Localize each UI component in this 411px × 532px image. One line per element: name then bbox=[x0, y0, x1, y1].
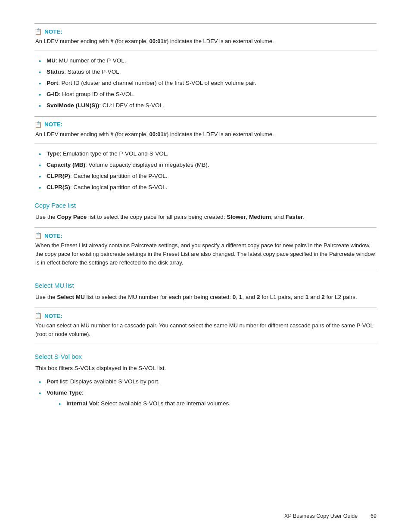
note-label-4: NOTE: bbox=[44, 313, 62, 319]
list-item: Volume Type: Internal Vol: Select availa… bbox=[39, 389, 377, 408]
note-label-1: NOTE: bbox=[44, 28, 62, 35]
list-item: SvolMode (LUN(S)): CU:LDEV of the S-VOL. bbox=[39, 101, 377, 110]
note-label-2: NOTE: bbox=[44, 121, 62, 128]
section-heading-copy-pace: Copy Pace list bbox=[34, 202, 377, 209]
list-item: MU: MU number of the P-VOL. bbox=[39, 56, 377, 65]
note-icon-1: 📋 bbox=[34, 28, 42, 35]
list-item: CLPR(S): Cache logical partition of the … bbox=[39, 183, 377, 192]
list-item: G-ID: Host group ID of the S-VOL. bbox=[39, 90, 377, 99]
hash-symbol-1: # bbox=[110, 38, 113, 44]
footer: XP Business Copy User Guide 69 bbox=[284, 513, 377, 519]
svol-intro: This box filters S-VOLs displayed in the… bbox=[34, 364, 377, 373]
list-item: Port list: Displays available S-VOLs by … bbox=[39, 377, 377, 386]
note-icon-3: 📋 bbox=[34, 232, 42, 239]
note-icon-2: 📋 bbox=[34, 121, 42, 128]
note-body-3: When the Preset List already contains Pa… bbox=[34, 241, 377, 267]
note-header-2: 📋 NOTE: bbox=[34, 121, 377, 128]
section-heading-svol: Select S-Vol box bbox=[34, 353, 377, 360]
list-item: Internal Vol: Select available S-VOLs th… bbox=[59, 399, 377, 408]
note-body-2: An LDEV number ending with # (for exampl… bbox=[34, 130, 377, 139]
bullet-list-1: MU: MU number of the P-VOL. Status: Stat… bbox=[34, 56, 377, 110]
footer-title: XP Business Copy User Guide bbox=[284, 513, 358, 519]
page: 📋 NOTE: An LDEV number ending with # (fo… bbox=[0, 0, 411, 532]
note-box-3: 📋 NOTE: When the Preset List already con… bbox=[34, 227, 377, 272]
note-box-1: 📋 NOTE: An LDEV number ending with # (fo… bbox=[34, 23, 377, 50]
svol-bullet-list: Port list: Displays available S-VOLs by … bbox=[34, 377, 377, 408]
list-item: Status: Status of the P-VOL. bbox=[39, 68, 377, 77]
note-icon-4: 📋 bbox=[34, 312, 42, 319]
note-header-4: 📋 NOTE: bbox=[34, 312, 377, 319]
note-box-4: 📋 NOTE: You can select an MU number for … bbox=[34, 308, 377, 343]
note-header-3: 📋 NOTE: bbox=[34, 232, 377, 239]
example-ldev-1: 00:01# bbox=[149, 38, 166, 44]
footer-page: 69 bbox=[371, 513, 377, 519]
note-label-3: NOTE: bbox=[44, 233, 62, 239]
example-ldev-2: 00:01# bbox=[149, 131, 166, 137]
note-body-1: An LDEV number ending with # (for exampl… bbox=[34, 37, 377, 46]
bullet-list-2: Type: Emulation type of the P-VOL and S-… bbox=[34, 149, 377, 192]
list-item: CLPR(P): Cache logical partition of the … bbox=[39, 172, 377, 181]
copy-pace-body: Use the Copy Pace list to select the cop… bbox=[34, 212, 377, 222]
note-body-4: You can select an MU number for a cascad… bbox=[34, 321, 377, 339]
list-item: Capacity (MB): Volume capacity displayed… bbox=[39, 161, 377, 170]
select-mu-body: Use the Select MU list to select the MU … bbox=[34, 292, 377, 302]
hash-symbol-2: # bbox=[110, 131, 113, 137]
note-header-1: 📋 NOTE: bbox=[34, 28, 377, 35]
sub-bullet-list: Internal Vol: Select available S-VOLs th… bbox=[47, 399, 377, 408]
list-item: Port: Port ID (cluster and channel numbe… bbox=[39, 79, 377, 88]
section-heading-select-mu: Select MU list bbox=[34, 282, 377, 289]
list-item: Type: Emulation type of the P-VOL and S-… bbox=[39, 149, 377, 159]
note-box-2: 📋 NOTE: An LDEV number ending with # (fo… bbox=[34, 116, 377, 143]
